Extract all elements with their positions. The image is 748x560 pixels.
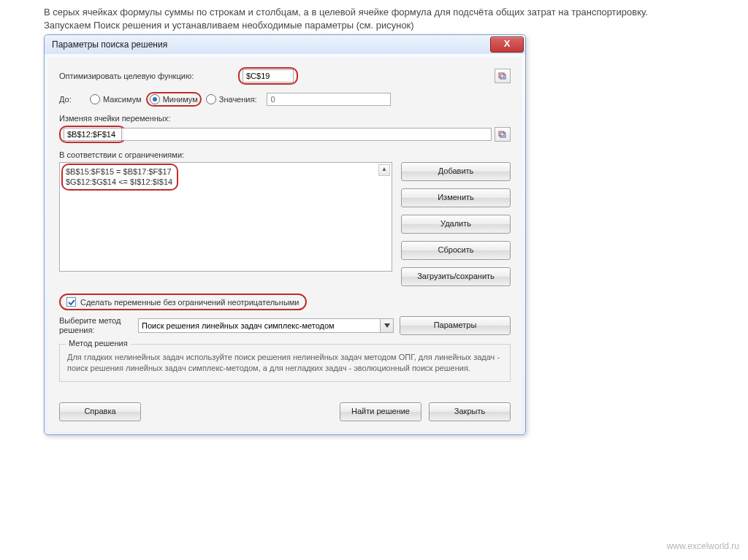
objective-input[interactable]: [243, 69, 294, 83]
highlight-nonneg: Сделать переменные без ограничений неотр…: [59, 294, 307, 310]
change-button[interactable]: Изменить: [401, 188, 511, 207]
highlight-min: Минимум: [146, 92, 202, 107]
highlight-objective: [238, 67, 298, 85]
range-select-icon: [498, 131, 507, 138]
objective-ref-button[interactable]: [495, 69, 511, 83]
svg-rect-3: [500, 133, 505, 137]
highlight-vars: [59, 126, 126, 143]
nonneg-checkbox[interactable]: [66, 297, 76, 307]
radio-value-label: Значения:: [219, 95, 257, 104]
radio-min-dot: [150, 94, 160, 104]
radio-min-label: Минимум: [163, 95, 198, 104]
help-button[interactable]: Справка: [59, 402, 141, 421]
range-select-icon: [498, 72, 507, 80]
intro-line-2: Запускаем Поиск решения и устанавливаем …: [44, 19, 711, 32]
loadsave-button[interactable]: Загрузить/сохранить: [401, 267, 511, 286]
constraints-list[interactable]: $B$15:$F$15 = $B$17:$F$17 $G$12:$G$14 <=…: [59, 162, 392, 272]
method-group: Метод решения Для гладких нелинейных зад…: [59, 344, 511, 382]
solve-button[interactable]: Найти решение: [340, 402, 421, 421]
vars-input[interactable]: [123, 128, 492, 141]
close-dialog-button[interactable]: Закрыть: [429, 402, 511, 421]
radio-max-label: Максимум: [103, 95, 142, 104]
svg-rect-2: [499, 131, 504, 136]
value-of-input[interactable]: [267, 93, 391, 106]
titlebar[interactable]: Параметры поиска решения X: [45, 35, 525, 54]
chevron-down-icon: [384, 323, 390, 328]
check-icon: [68, 299, 75, 306]
radio-value[interactable]: Значения:: [206, 94, 257, 104]
radio-max-dot: [90, 94, 100, 104]
radio-min[interactable]: Минимум: [150, 94, 198, 104]
highlight-constraints: $B$15:$F$15 = $B$17:$F$17 $G$12:$G$14 <=…: [61, 164, 178, 191]
method-dropdown-button[interactable]: [381, 318, 394, 333]
scroll-up-button[interactable]: ▲: [378, 164, 390, 176]
params-button[interactable]: Параметры: [400, 316, 511, 335]
vars-ref-button[interactable]: [495, 127, 511, 142]
dialog-title: Параметры поиска решения: [52, 39, 490, 50]
constraints-label: В соответствии с ограничениями:: [59, 150, 511, 159]
radio-max[interactable]: Максимум: [90, 94, 142, 104]
vars-preview: [64, 128, 122, 141]
svg-rect-1: [500, 74, 505, 79]
constraint-row[interactable]: $B$15:$F$15 = $B$17:$F$17: [66, 166, 172, 177]
constraint-row[interactable]: $G$12:$G$14 <= $I$12:$I$14: [66, 177, 172, 187]
reset-button[interactable]: Сбросить: [401, 241, 511, 260]
delete-button[interactable]: Удалить: [401, 215, 511, 234]
method-combo[interactable]: [138, 318, 381, 333]
page-intro-text: В серых ячейках формулы суммы по строкам…: [0, 0, 748, 34]
solver-dialog: Параметры поиска решения X Оптимизироват…: [44, 34, 526, 435]
svg-rect-0: [499, 73, 504, 77]
close-button[interactable]: X: [490, 37, 524, 53]
credit-text: www.excelworld.ru: [667, 541, 739, 551]
objective-label: Оптимизировать целевую функцию:: [59, 72, 238, 80]
vars-label: Изменяя ячейки переменных:: [59, 114, 511, 123]
method-group-title: Метод решения: [66, 339, 131, 348]
radio-value-dot: [206, 94, 216, 104]
to-label: До:: [59, 95, 80, 104]
method-group-desc: Для гладких нелинейных задач используйте…: [67, 352, 503, 374]
nonneg-label: Сделать переменные без ограничений неотр…: [80, 298, 299, 307]
add-button[interactable]: Добавить: [401, 162, 511, 181]
method-label: Выберите метод решения:: [59, 316, 132, 335]
intro-line-1: В серых ячейках формулы суммы по строкам…: [44, 6, 711, 19]
